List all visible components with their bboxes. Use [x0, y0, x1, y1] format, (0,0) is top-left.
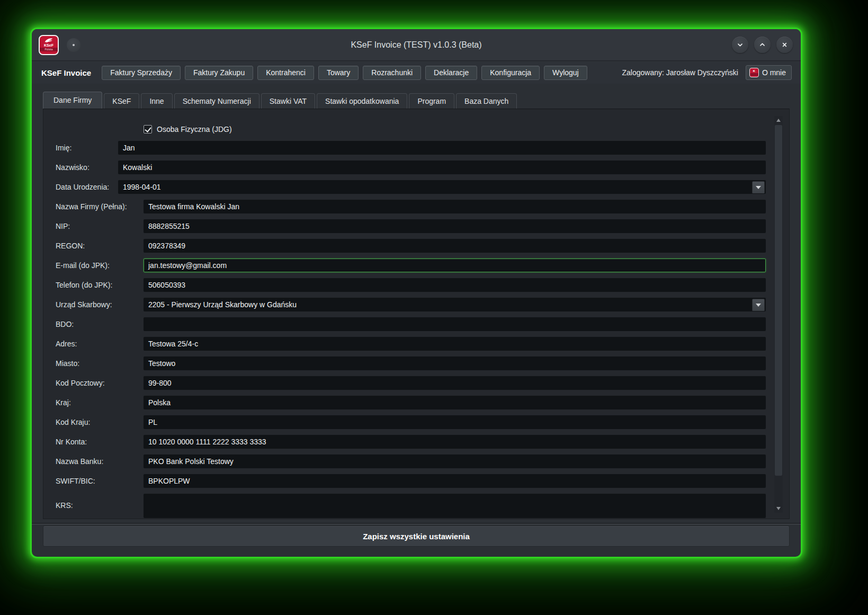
- regon-field[interactable]: 092378349: [144, 239, 766, 253]
- nip-label: NIP:: [56, 222, 144, 230]
- app-logo-text: KSeF: [44, 43, 53, 48]
- regon-label: REGON:: [56, 242, 144, 250]
- form-row: NIP: 8882855215: [56, 219, 766, 233]
- data-urodzenia-label: Data Urodzenia:: [56, 183, 118, 191]
- company-form: Osoba Fizyczna (JDG) Imię: Jan Nazwisko:…: [43, 109, 789, 517]
- titlebar-extra-button[interactable]: [67, 38, 80, 52]
- scroll-down-button[interactable]: [774, 504, 783, 513]
- kraj-field[interactable]: Polska: [144, 396, 766, 409]
- mini-logo-band: [750, 73, 758, 76]
- imie-field[interactable]: Jan: [118, 141, 766, 155]
- dane-firmy-panel: Osoba Fizyczna (JDG) Imię: Jan Nazwisko:…: [43, 109, 790, 519]
- close-button[interactable]: [776, 37, 793, 53]
- imie-label: Imię:: [56, 144, 118, 152]
- urzad-skarbowy-dropdown-button[interactable]: [752, 299, 765, 311]
- data-urodzenia-dropdown-button[interactable]: [752, 181, 765, 194]
- kod-pocztowy-field[interactable]: 99-800: [144, 376, 766, 390]
- nav-towary-button[interactable]: Towary: [318, 66, 359, 80]
- nazwa-banku-field[interactable]: PKO Bank Polski Testowy: [144, 454, 766, 468]
- form-row: Kraj: Polska: [56, 396, 766, 409]
- about-me-label: O mnie: [762, 68, 786, 77]
- nazwa-firmy-field[interactable]: Testowa firma Kowalski Jan: [144, 200, 766, 213]
- save-all-settings-label: Zapisz wszystkie ustawienia: [363, 532, 470, 541]
- nav-kontrahenci-button[interactable]: Kontrahenci: [257, 66, 314, 80]
- dropdown-arrow-icon: [756, 186, 761, 189]
- form-row: SWIFT/BIC: BPKOPLPW: [56, 474, 766, 488]
- settings-tabs: Dane Firmy KSeF Inne Schematy Numeracji …: [43, 92, 790, 109]
- osoba-fizyczna-checkbox[interactable]: [144, 125, 152, 133]
- kod-pocztowy-label: Kod Pocztowy:: [56, 379, 144, 387]
- nazwisko-label: Nazwisko:: [56, 163, 118, 172]
- nip-field[interactable]: 8882855215: [144, 219, 766, 233]
- tab-inne[interactable]: Inne: [141, 93, 172, 109]
- chevron-up-icon: [758, 40, 767, 49]
- kod-kraju-field[interactable]: PL: [144, 415, 766, 429]
- nazwa-banku-label: Nazwa Banku:: [56, 457, 144, 466]
- form-row: KRS:: [56, 494, 766, 517]
- tab-stawki-opodatkowania[interactable]: Stawki opodatkowania: [317, 93, 407, 109]
- form-row: Telefon (do JPK): 506050393: [56, 278, 766, 292]
- vertical-scrollbar[interactable]: [774, 116, 783, 513]
- nr-konta-field[interactable]: 10 1020 0000 1111 2222 3333 3333: [144, 435, 766, 449]
- form-row: Data Urodzenia: 1998-04-01: [56, 180, 766, 194]
- osoba-fizyczna-label: Osoba Fizyczna (JDG): [157, 125, 232, 133]
- kraj-label: Kraj:: [56, 398, 144, 407]
- divider: [32, 523, 801, 524]
- email-label: E-mail (do JPK):: [56, 261, 144, 270]
- adres-label: Adres:: [56, 340, 144, 348]
- scroll-down-icon: [776, 507, 781, 510]
- main-nav: KSeF Invoice Faktury Sprzedaży Faktury Z…: [32, 61, 801, 84]
- urzad-skarbowy-value: 2205 - Pierwszy Urząd Skarbowy w Gdańsku: [148, 300, 297, 309]
- title-bar[interactable]: KSeF Polska KSeF Invoice (TEST) v1.0.3 (…: [32, 29, 801, 61]
- tab-ksef[interactable]: KSeF: [104, 93, 139, 109]
- scrollbar-thumb[interactable]: [775, 125, 782, 476]
- kod-kraju-label: Kod Kraju:: [56, 418, 144, 426]
- krs-label: KRS:: [56, 494, 144, 517]
- miasto-field[interactable]: Testowo: [144, 356, 766, 370]
- swift-bic-field[interactable]: BPKOPLPW: [144, 474, 766, 488]
- nav-wyloguj-button[interactable]: Wyloguj: [544, 66, 587, 80]
- app-window: KSeF Polska KSeF Invoice (TEST) v1.0.3 (…: [32, 29, 801, 557]
- form-row: Urząd Skarbowy: 2205 - Pierwszy Urząd Sk…: [56, 298, 766, 311]
- nav-right-area: Zalogowany: Jarosław Dyszczyński K O mni…: [622, 65, 792, 80]
- app-logo-subtitle: Polska: [40, 48, 58, 51]
- dropdown-arrow-icon: [756, 304, 761, 307]
- telefon-label: Telefon (do JPK):: [56, 281, 144, 289]
- close-icon: [780, 40, 789, 49]
- about-me-button[interactable]: K O mnie: [746, 65, 792, 80]
- tab-program[interactable]: Program: [409, 93, 454, 109]
- minimize-button[interactable]: [732, 37, 748, 53]
- krs-field[interactable]: [144, 494, 766, 518]
- nav-rozrachunki-button[interactable]: Rozrachunki: [363, 66, 421, 80]
- mini-logo-text: K: [753, 69, 755, 73]
- tab-schematy-numeracji[interactable]: Schematy Numeracji: [174, 93, 259, 109]
- form-row: Miasto: Testowo: [56, 356, 766, 370]
- tab-stawki-vat[interactable]: Stawki VAT: [261, 93, 315, 109]
- data-urodzenia-field[interactable]: 1998-04-01: [118, 180, 766, 194]
- telefon-field[interactable]: 506050393: [144, 278, 766, 292]
- osoba-fizyczna-row: Osoba Fizyczna (JDG): [144, 124, 766, 133]
- tab-dane-firmy[interactable]: Dane Firmy: [43, 92, 102, 109]
- nav-faktury-sprzedazy-button[interactable]: Faktury Sprzedaży: [102, 66, 181, 80]
- form-row: Nazwisko: Kowalski: [56, 161, 766, 174]
- nav-faktury-zakupu-button[interactable]: Faktury Zakupu: [185, 66, 253, 80]
- nav-deklaracje-button[interactable]: Deklaracje: [425, 66, 477, 80]
- app-logo-icon: KSeF Polska: [39, 35, 59, 55]
- logged-in-label: Zalogowany: Jarosław Dyszczyński: [622, 68, 738, 77]
- window-controls: [732, 37, 793, 53]
- scroll-up-button[interactable]: [774, 116, 783, 124]
- adres-field[interactable]: Testowa 25/4-c: [144, 337, 766, 351]
- nazwisko-field[interactable]: Kowalski: [118, 161, 766, 174]
- nr-konta-label: Nr Konta:: [56, 438, 144, 446]
- urzad-skarbowy-field[interactable]: 2205 - Pierwszy Urząd Skarbowy w Gdańsku: [144, 298, 766, 311]
- email-field[interactable]: jan.testowy@gmail.com: [144, 259, 766, 272]
- maximize-button[interactable]: [754, 37, 771, 53]
- tab-baza-danych[interactable]: Baza Danych: [456, 93, 517, 109]
- form-row: Kod Kraju: PL: [56, 415, 766, 429]
- nav-konfiguracja-button[interactable]: Konfiguracja: [481, 66, 540, 80]
- form-row: Nazwa Firmy (Pełna): Testowa firma Kowal…: [56, 200, 766, 213]
- form-row: Kod Pocztowy: 99-800: [56, 376, 766, 390]
- bdo-field[interactable]: [144, 317, 766, 331]
- save-all-settings-button[interactable]: Zapisz wszystkie ustawienia: [43, 525, 790, 547]
- urzad-skarbowy-label: Urząd Skarbowy:: [56, 300, 144, 309]
